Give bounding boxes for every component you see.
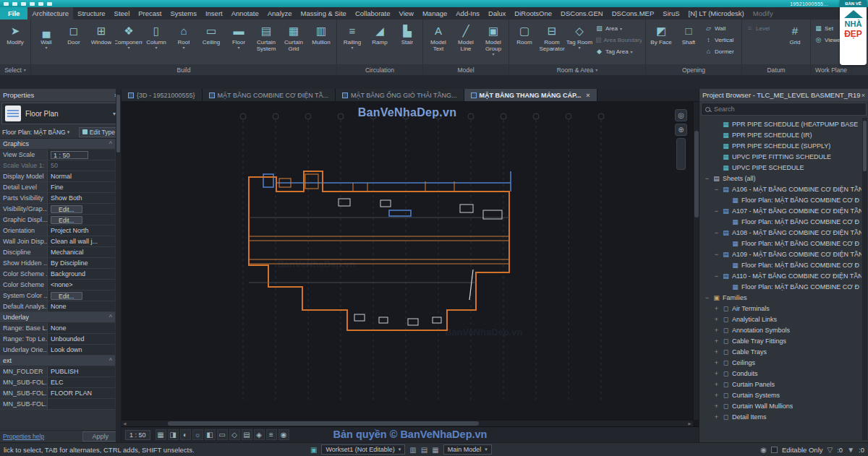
detail-level-icon[interactable]: ◨ (168, 429, 179, 440)
menu-tab-analyze[interactable]: Analyze (263, 7, 297, 20)
ribbon-tool-column[interactable]: ▯Column▾ (142, 21, 170, 64)
menu-tab-steel[interactable]: Steel (110, 7, 135, 20)
expander-icon[interactable]: − (713, 251, 720, 258)
ribbon-tool-ceiling[interactable]: ▭Ceiling (197, 21, 225, 64)
ribbon-tool-ramp[interactable]: ◢Ramp (366, 21, 393, 64)
menu-tab-insert[interactable]: Insert (201, 7, 227, 20)
ribbon-tool-curtain-system[interactable]: ▤Curtain System (252, 21, 280, 64)
tree-item-upvc-pipe-fitting-schedule[interactable]: ▦UPVC PIPE FITTING SCHEDULE (701, 151, 861, 162)
undo-icon[interactable] (30, 2, 35, 6)
ribbon-tool-modify[interactable]: ➤Modify (1, 21, 29, 64)
panel-label-room-area[interactable]: Room & Area▾ (509, 64, 645, 75)
value-input[interactable]: 1 : 50 (51, 151, 88, 159)
save-icon[interactable] (21, 2, 26, 6)
ribbon-tool-door[interactable]: ◻Door (60, 21, 88, 64)
tree-item-curtain-panels[interactable]: +◻Curtain Panels (701, 379, 861, 390)
menu-tab-sirus[interactable]: SiruS (658, 7, 684, 20)
edit-button[interactable]: Edit... (51, 292, 82, 300)
tree-item-floor-plan-m-t-b-ng-combine-c[interactable]: ▦Floor Plan: MẶT BẰNG COMBINE CƠ Đ (701, 194, 861, 205)
scale-button[interactable]: 1 : 50 (125, 430, 150, 440)
menu-tab-manage[interactable]: Manage (418, 7, 451, 20)
ribbon-tool-model-line[interactable]: ╱Model Line (452, 21, 480, 64)
menu-tab-systems[interactable]: Systems (166, 7, 200, 20)
tree-item-floor-plan-m-t-b-ng-combine-c[interactable]: ▦Floor Plan: MẶT BẰNG COMBINE CƠ Đ (701, 238, 861, 249)
view-tab-2[interactable]: MẶT BẰNG COMBINE CƠ ĐIỆN TẦ... (203, 89, 336, 101)
reveal-hidden-elements-icon[interactable]: ▤ (242, 429, 252, 440)
ribbon-tool-railing[interactable]: ≡Railing▾ (339, 21, 366, 64)
panel-label-build[interactable]: Build (31, 64, 336, 75)
edit-button[interactable]: Edit... (51, 216, 82, 224)
editable-only-checkbox[interactable] (771, 447, 778, 453)
ribbon-tool-stair[interactable]: ▙Stair (393, 21, 421, 64)
instance-selector[interactable]: Floor Plan: MẶT BẰNG (2, 129, 66, 136)
properties-header[interactable]: Properties × (0, 89, 121, 101)
gray-inactive-worksets-icon[interactable]: ▥ (409, 446, 416, 454)
ribbon-tool-model-group[interactable]: ▣Model Group▾ (480, 21, 507, 64)
workset-selector[interactable]: Workset1 (Not Editable)▾ (321, 444, 405, 455)
filter-icon[interactable]: ▼ (847, 446, 854, 454)
exclude-options-icon[interactable]: ▽ (827, 446, 833, 454)
expander-icon[interactable]: + (713, 337, 720, 345)
tree-item-a107-m-t-b-ng-combine-c-i-n-t-ng[interactable]: −▤A107 - MẶT BẰNG COMBINE CƠ ĐIỆN TẦNG (701, 205, 861, 216)
menu-tab-dscons-mep[interactable]: DSCons.MEP (608, 7, 659, 20)
expander-icon[interactable]: + (713, 413, 720, 421)
menu-tab-add-ins[interactable]: Add-Ins (451, 7, 484, 20)
tree-item-upvc-pipe-schedule[interactable]: ▦UPVC PIPE SCHEDULE (701, 162, 861, 173)
expander-icon[interactable]: + (713, 381, 720, 388)
worksets-icon[interactable]: ▣ (310, 446, 317, 454)
menu-tab-dscons-gen[interactable]: DSCons.GEN (556, 7, 608, 20)
sun-path-icon[interactable]: ☼ (192, 429, 203, 440)
tree-item-cable-tray-fittings[interactable]: +◻Cable Tray Fittings (701, 335, 861, 346)
tree-item-ceilings[interactable]: +◻Ceilings (701, 357, 861, 368)
ribbon-tool-by-face[interactable]: ◩By Face (647, 21, 675, 64)
menu-tab-dalux[interactable]: Dalux (484, 7, 510, 20)
tree-item-sheets-all[interactable]: −▤Sheets (all) (701, 173, 861, 184)
panel-label-work-plane[interactable]: Work Plane (811, 64, 851, 75)
horizontal-scrollbar[interactable]: ◀ ▶ (122, 420, 693, 426)
menu-tab-file[interactable]: File (0, 7, 27, 20)
tree-item-ppr-pipe-schedule-heatpump-base[interactable]: ▦PPR PIPE SCHEDULE (HEATPUMP BASE (701, 119, 861, 129)
design-option-selector[interactable]: Main Model▾ (443, 444, 492, 455)
chevron-down-icon[interactable]: ▾ (67, 129, 70, 135)
expander-icon[interactable]: + (713, 359, 720, 366)
ribbon-tool-wall[interactable]: ▄Wall▾ (33, 21, 60, 64)
properties-scrollbar[interactable] (116, 89, 121, 442)
tree-item-annotation-symbols[interactable]: +◻Annotation Symbols (701, 324, 861, 335)
edit-button[interactable]: Edit... (51, 205, 82, 213)
app-menu-icon[interactable] (4, 2, 9, 6)
section-header-graphics[interactable]: Graphics^ (0, 139, 115, 150)
ribbon-tool-component[interactable]: ❖Component▾ (115, 21, 142, 64)
ribbon-tool-tag-room[interactable]: ◇Tag Room▾ (566, 21, 593, 64)
view-tab-1[interactable]: {3D - 19521000555} (122, 89, 203, 101)
tree-item-floor-plan-m-t-b-ng-combine-c[interactable]: ▦Floor Plan: MẶT BẰNG COMBINE CƠ Đ (701, 216, 861, 227)
navigation-strip[interactable] (676, 138, 686, 170)
project-browser-header[interactable]: Project Browser - TLC_ME_LEVEL BASMENT_R… (699, 89, 868, 101)
expander-icon[interactable]: + (713, 403, 720, 410)
ribbon-tool-mullion[interactable]: ▥Mullion (307, 21, 335, 64)
menu-tab-collaborate[interactable]: Collaborate (351, 7, 395, 20)
expander-icon[interactable]: + (713, 316, 720, 323)
properties-help-link[interactable]: Properties help (3, 433, 44, 440)
close-icon[interactable]: × (861, 92, 865, 99)
project-browser-scrollbar[interactable] (862, 118, 867, 440)
ribbon-tool-model-text[interactable]: AModel Text (425, 21, 452, 64)
tree-item-curtain-systems[interactable]: +◻Curtain Systems (701, 390, 861, 400)
tree-item-cable-trays[interactable]: +◻Cable Trays (701, 346, 861, 357)
ribbon-tool-room-separator[interactable]: ⊟Room Separator (538, 21, 566, 64)
close-icon[interactable]: × (586, 92, 590, 99)
ribbon-tool-area[interactable]: ▧Area▾ (595, 23, 642, 33)
ribbon-tool-shaft[interactable]: □Shaft (675, 21, 702, 64)
panel-label-datum[interactable]: Datum (742, 64, 810, 75)
menu-tab-precast[interactable]: Precast (134, 7, 166, 20)
panel-label-circulation[interactable]: Circulation (337, 64, 422, 75)
section-header-ext[interactable]: ext^ (0, 356, 115, 366)
tree-item-a106-m-t-b-ng-combine-c-i-n-t-ng[interactable]: −▤A106 - MẶT BẰNG COMBINE CƠ ĐIỆN TẦNG (701, 184, 861, 194)
tree-item-ppr-pipe-schedule-supply[interactable]: ▦PPR PIPE SCHEDULE (SUPPLY) (701, 140, 861, 151)
ribbon-tool-vertical[interactable]: ↕Vertical (705, 35, 738, 45)
edit-type-button[interactable]: Edit Type (79, 127, 119, 137)
tree-item-a108-m-t-b-ng-combine-c-i-n-t-ng[interactable]: −▤A108 - MẶT BẰNG COMBINE CƠ ĐIỆN TẦNG (701, 227, 861, 238)
open-icon[interactable] (12, 2, 17, 6)
type-selector[interactable]: Floor Plan ▾ (1, 103, 119, 124)
tree-item-curtain-wall-mullions[interactable]: +◻Curtain Wall Mullions (701, 400, 861, 411)
analytical-model-icon[interactable]: ◉ (278, 429, 289, 440)
